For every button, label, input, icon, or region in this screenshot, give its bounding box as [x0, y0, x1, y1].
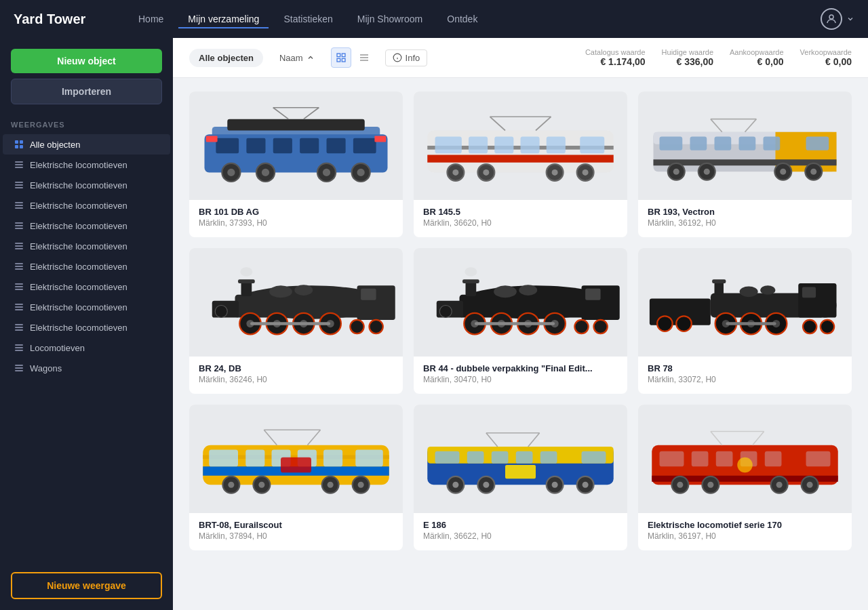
user-avatar — [821, 8, 842, 30]
view-toggle — [331, 47, 374, 68]
svg-point-115 — [574, 320, 588, 333]
svg-rect-40 — [547, 137, 566, 154]
item-card[interactable]: BR 145.5Märklin, 36620, H0 — [414, 92, 627, 237]
svg-line-196 — [711, 432, 722, 445]
item-name: BR 44 - dubbele verpakking "Final Edit..… — [423, 363, 618, 373]
sidebar-item-electric-5[interactable]: Elektrische locomotieven — [3, 236, 170, 256]
item-name: BR 145.5 — [423, 207, 618, 217]
user-menu[interactable] — [821, 8, 854, 30]
list-view-button[interactable] — [354, 47, 374, 68]
svg-rect-59 — [715, 137, 732, 150]
svg-point-106 — [465, 267, 477, 277]
sidebar: Nieuw object Importeren WEERGAVES Alle o… — [0, 38, 173, 610]
sidebar-item-electric-1[interactable]: Elektrische locomotieven — [3, 155, 170, 175]
svg-point-125 — [740, 286, 758, 297]
items-grid: BR 101 DB AGMärklin, 37393, H0 BR 1 — [173, 78, 868, 564]
item-image — [638, 92, 852, 200]
sidebar-item-electric-6[interactable]: Elektrische locomotieven — [3, 256, 170, 277]
svg-rect-37 — [469, 137, 488, 154]
sort-button[interactable]: Naam — [274, 50, 320, 66]
grid-view-button[interactable] — [331, 47, 351, 68]
sort-arrow-icon — [307, 54, 315, 62]
svg-point-116 — [594, 320, 608, 333]
svg-point-27 — [357, 169, 365, 176]
sidebar-item-locomotieven[interactable]: Locomotieven — [3, 338, 170, 358]
nav-home[interactable]: Home — [129, 9, 173, 28]
filter-badge[interactable]: Alle objecten — [189, 49, 263, 67]
item-subtitle: Märklin, 36620, H0 — [423, 218, 618, 228]
svg-rect-62 — [806, 137, 829, 150]
new-object-button[interactable]: Nieuw object — [11, 49, 162, 73]
info-button[interactable]: Info — [385, 49, 428, 66]
sidebar-item-electric-3[interactable]: Elektrische locomotieven — [3, 195, 170, 216]
svg-point-0 — [829, 15, 833, 19]
svg-rect-13 — [227, 119, 365, 131]
svg-line-72 — [745, 119, 757, 132]
item-image — [189, 248, 403, 357]
svg-point-45 — [483, 169, 489, 176]
item-card[interactable]: BRT-08, EurailscoutMärklin, 37894, H0 — [189, 405, 403, 550]
item-card[interactable]: Elektrische locomotief serie 170Märklin,… — [638, 405, 852, 550]
svg-line-28 — [273, 108, 289, 119]
svg-point-79 — [215, 306, 227, 318]
item-name: BR 78 — [648, 363, 842, 373]
main-header-left: Alle objecten Naam Info — [189, 47, 427, 68]
sidebar-item-electric-2[interactable]: Elektrische locomotieven — [3, 175, 170, 195]
aankoopwaarde: Aankoopwaarde € 0,00 — [730, 48, 784, 67]
item-card[interactable]: BR 44 - dubbele verpakking "Final Edit..… — [414, 248, 627, 394]
svg-rect-166 — [582, 451, 606, 464]
sidebar-item-electric-7[interactable]: Elektrische locomotieven — [3, 277, 170, 297]
svg-point-93 — [350, 320, 363, 333]
svg-point-149 — [228, 482, 234, 488]
grid-view-icon — [336, 52, 347, 63]
catalogus-waarde: Catalogus waarde € 1.174,00 — [585, 48, 646, 67]
svg-rect-147 — [281, 458, 311, 473]
item-subtitle: Märklin, 36197, H0 — [648, 531, 842, 541]
svg-rect-41 — [580, 137, 604, 154]
sidebar-item-electric-8[interactable]: Elektrische locomotieven — [3, 297, 170, 317]
item-image — [414, 92, 627, 200]
svg-rect-124 — [712, 279, 726, 283]
item-card[interactable]: BR 101 DB AGMärklin, 37393, H0 — [189, 92, 403, 237]
item-info: BRT-08, EurailscoutMärklin, 37894, H0 — [189, 513, 403, 550]
item-card[interactable]: E 186Märklin, 36622, H0 — [414, 405, 627, 550]
list-icon — [14, 180, 24, 190]
item-subtitle: Märklin, 37894, H0 — [199, 531, 393, 541]
svg-point-43 — [452, 169, 458, 176]
item-info: BR 101 DB AGMärklin, 37393, H0 — [189, 200, 403, 237]
svg-rect-183 — [716, 451, 733, 467]
item-card[interactable]: BR 193, VectronMärklin, 36192, H0 — [638, 92, 852, 237]
sidebar-item-all-objects[interactable]: Alle objecten — [3, 134, 170, 155]
sidebar-item-wagons[interactable]: Wagons — [3, 358, 170, 378]
new-view-button[interactable]: Nieuwe weergave — [11, 572, 162, 599]
item-card[interactable]: BR 78Märklin, 33072, H0 — [638, 248, 852, 394]
nav-statistics[interactable]: Statistieken — [274, 9, 342, 28]
svg-line-157 — [307, 430, 320, 445]
svg-rect-141 — [209, 450, 238, 467]
svg-rect-142 — [245, 450, 264, 467]
svg-rect-31 — [206, 136, 218, 142]
svg-point-64 — [673, 169, 679, 175]
nav-showroom[interactable]: Mijn Showroom — [348, 9, 432, 28]
svg-point-81 — [294, 285, 313, 296]
svg-rect-161 — [435, 451, 460, 464]
main-header: Alle objecten Naam Info — [173, 38, 868, 78]
svg-point-187 — [737, 458, 753, 473]
verkoopwaarde: Verkoopwaarde € 0,00 — [800, 48, 852, 67]
svg-rect-16 — [273, 138, 292, 154]
top-navigation: Yard Tower Home Mijn verzameling Statist… — [0, 0, 868, 38]
svg-rect-186 — [806, 451, 831, 467]
sidebar-item-electric-4[interactable]: Elektrische locomotieven — [3, 216, 170, 236]
values-area: Catalogus waarde € 1.174,00 Huidige waar… — [585, 48, 852, 67]
svg-rect-162 — [467, 451, 484, 464]
nav-discover[interactable]: Ontdek — [437, 9, 487, 28]
nav-collection[interactable]: Mijn verzameling — [178, 9, 269, 28]
svg-point-128 — [676, 316, 692, 331]
svg-point-173 — [552, 482, 558, 488]
svg-rect-4 — [342, 58, 345, 62]
sidebar-item-electric-9[interactable]: Elektrische locomotieven — [3, 317, 170, 338]
item-card[interactable]: BR 24, DBMärklin, 36246, H0 — [189, 248, 403, 394]
import-button[interactable]: Importeren — [11, 79, 162, 104]
item-info: BR 24, DBMärklin, 36246, H0 — [189, 357, 403, 394]
list-icon — [14, 281, 24, 292]
